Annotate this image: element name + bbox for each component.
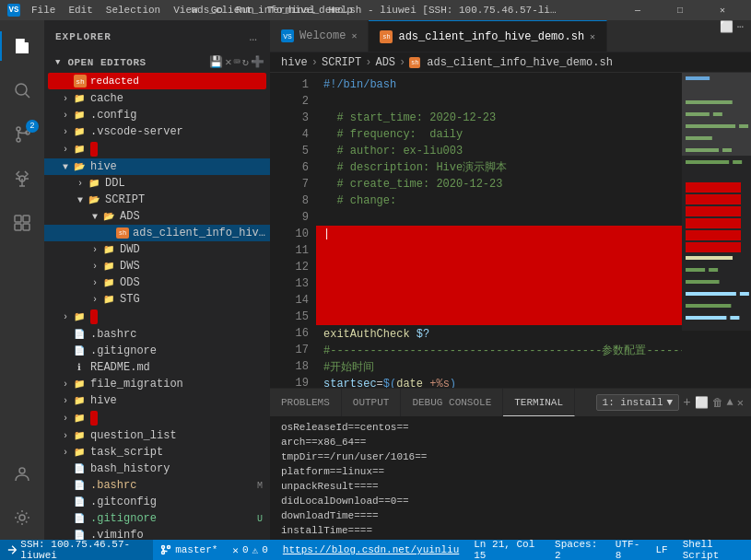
- new-file-button[interactable]: …: [248, 28, 259, 46]
- tree-item-stg[interactable]: › 📁 STG: [44, 291, 270, 308]
- terminal-instance-dropdown[interactable]: 1: install ▼: [596, 394, 680, 411]
- welcome-tab-icon: VS: [281, 29, 294, 42]
- tree-item-red3[interactable]: › 📁 ​: [44, 409, 270, 427]
- folder-icon: 📁: [101, 276, 116, 289]
- dws-label: DWS: [120, 260, 140, 273]
- tree-item-ddl[interactable]: › 📁 DDL: [44, 175, 270, 192]
- code-line-19: startsec=$(date +%s): [316, 376, 682, 388]
- config-label: .config: [90, 109, 136, 122]
- tree-item-bashrc2[interactable]: › 📄 .bashrc M: [44, 477, 270, 494]
- tree-item-red1[interactable]: › 📁 ​: [44, 140, 270, 158]
- tree-item-readme[interactable]: › ℹ README.md: [44, 359, 270, 376]
- window-title: ads_client_info_hive_demo.sh - liuwei [S…: [192, 5, 560, 16]
- minimize-button[interactable]: —: [616, 0, 659, 20]
- tree-item-bashrc1[interactable]: › 📄 .bashrc: [44, 326, 270, 343]
- tree-item-ods[interactable]: › 📁 ODS: [44, 274, 270, 291]
- tree-item-gitconfig[interactable]: › 📄 .gitconfig: [44, 494, 270, 510]
- tree-item-dwd[interactable]: › 📁 DWD: [44, 241, 270, 258]
- tree-item-file-migration[interactable]: › 📁 file_migration: [44, 376, 270, 392]
- open-editor-item-highlighted[interactable]: sh redacted: [48, 73, 266, 89]
- breadcrumb-ads[interactable]: ADS: [375, 56, 395, 69]
- activity-extensions[interactable]: [0, 201, 44, 245]
- tab-welcome[interactable]: VS Welcome ✕: [270, 20, 369, 52]
- status-git-branch[interactable]: master*: [153, 540, 225, 560]
- activity-debug[interactable]: [0, 157, 44, 201]
- split-editor-button[interactable]: ⌨: [234, 55, 241, 69]
- tree-item-viminfo[interactable]: › 📄 .viminfo: [44, 527, 270, 540]
- gitignore1-label: .gitignore: [90, 344, 157, 357]
- tree-item-hive-main[interactable]: ▼ 📂 hive: [44, 158, 270, 175]
- maximize-panel-button[interactable]: ▲: [727, 396, 733, 409]
- breadcrumb-sep1: ›: [311, 56, 318, 69]
- tree-item-cache[interactable]: › 📁 cache: [44, 90, 270, 107]
- kill-terminal-button[interactable]: 🗑: [712, 396, 723, 410]
- tab-hive-demo[interactable]: sh ads_client_info_hive_demo.sh ✕: [369, 20, 607, 52]
- status-errors[interactable]: ✕ 0 ⚠ 0: [225, 540, 275, 560]
- status-eol[interactable]: LF: [648, 540, 675, 560]
- tree-item-question-list[interactable]: › 📁 question_list: [44, 427, 270, 444]
- activity-explorer[interactable]: [0, 24, 44, 68]
- close-panel-button[interactable]: ✕: [737, 396, 744, 410]
- status-file-type[interactable]: Shell Script: [675, 540, 751, 560]
- file-icon: 📄: [72, 328, 87, 341]
- status-spaces[interactable]: Spaces: 2: [547, 540, 608, 560]
- panel-tab-output[interactable]: OUTPUT: [342, 389, 402, 416]
- breadcrumb-script[interactable]: SCRIPT: [322, 56, 361, 69]
- collapse-all-button[interactable]: ➕: [251, 55, 264, 69]
- code-line-3: # start_time: 2020-12-23: [316, 110, 682, 126]
- tree-item-ads[interactable]: ▼ 📂 ADS: [44, 208, 270, 225]
- code-line-1: #!/bin/bash: [316, 76, 682, 93]
- terminal-content[interactable]: osReleaseId==centos==arch==x86_64==tmpDi…: [270, 416, 751, 540]
- tree-item-red2[interactable]: › 📁 ​: [44, 308, 270, 326]
- activity-settings[interactable]: [0, 496, 44, 540]
- panel-tab-actions: 1: install ▼ + ⬜ 🗑 ▲ ✕: [596, 389, 751, 416]
- breadcrumb-hive[interactable]: hive: [281, 56, 308, 69]
- code-content[interactable]: #!/bin/bash # start_time: 2020-12-23 # f…: [316, 73, 682, 388]
- csdn-link[interactable]: https://blog.csdn.net/yuinliu: [276, 544, 466, 555]
- menu-selection[interactable]: Selection: [100, 3, 166, 18]
- more-actions-button[interactable]: ⋯: [737, 20, 744, 52]
- hive-demo-tab-close[interactable]: ✕: [590, 31, 595, 42]
- tree-item-vscode-server[interactable]: › 📁 .vscode-server: [44, 123, 270, 140]
- activity-account[interactable]: [0, 451, 44, 496]
- sidebar-content[interactable]: ▼ OPEN EDITORS 💾 ✕ ⌨ ↻ ➕ sh redacted: [44, 52, 270, 540]
- panel-tab-problems[interactable]: PROBLEMS: [270, 389, 342, 416]
- split-terminal-button[interactable]: ⬜: [695, 396, 709, 410]
- panel-tab-terminal[interactable]: TERMINAL: [503, 389, 575, 416]
- split-editor-right-button[interactable]: ⬜: [720, 20, 733, 52]
- tree-item-config[interactable]: › 📁 .config: [44, 107, 270, 123]
- red3-chevron: ›: [59, 414, 72, 424]
- tree-item-gitignore1[interactable]: › 📄 .gitignore: [44, 343, 270, 359]
- refresh-button[interactable]: ↻: [242, 55, 249, 69]
- status-encoding[interactable]: UTF-8: [608, 540, 649, 560]
- activity-source-control[interactable]: 2: [0, 112, 44, 157]
- open-editors-header[interactable]: ▼ OPEN EDITORS 💾 ✕ ⌨ ↻ ➕: [44, 52, 270, 72]
- add-terminal-button[interactable]: +: [683, 395, 690, 410]
- tree-item-ads-file[interactable]: › sh ads_client_info_hive_demo.sh: [44, 225, 270, 241]
- save-all-button[interactable]: 💾: [209, 55, 223, 69]
- panel-tab-debug[interactable]: DEBUG CONSOLE: [401, 389, 503, 416]
- cache-label: cache: [90, 92, 123, 105]
- tree-item-hive2[interactable]: › 📁 hive: [44, 392, 270, 409]
- svg-rect-8: [23, 224, 29, 230]
- breadcrumb-filename[interactable]: ads_client_info_hive_demo.sh: [427, 56, 613, 69]
- tab-bar-actions: ⬜ ⋯: [720, 20, 751, 52]
- menu-edit[interactable]: Edit: [63, 3, 98, 18]
- tree-item-bash-history[interactable]: › 📄 bash_history: [44, 461, 270, 477]
- close-button[interactable]: ✕: [701, 0, 744, 20]
- tree-item-task-script[interactable]: › 📁 task_script: [44, 444, 270, 461]
- stg-chevron: ›: [88, 295, 101, 305]
- tree-item-gitignore2[interactable]: › 📄 .gitignore U: [44, 510, 270, 527]
- hive-main-label: hive: [90, 160, 117, 173]
- maximize-button[interactable]: □: [659, 0, 701, 20]
- tree-item-dws[interactable]: › 📁 DWS: [44, 258, 270, 274]
- status-ssh[interactable]: SSH: 100.75.46.57-liuwei: [0, 540, 153, 560]
- welcome-tab-close[interactable]: ✕: [351, 30, 357, 41]
- close-all-button[interactable]: ✕: [225, 55, 231, 69]
- status-cursor[interactable]: Ln 21, Col 15: [466, 540, 547, 560]
- svg-rect-6: [23, 216, 29, 222]
- tree-item-script[interactable]: ▼ 📂 SCRIPT: [44, 192, 270, 208]
- code-line-17: #---------------------------------------…: [316, 343, 682, 359]
- menu-file[interactable]: File: [26, 3, 61, 18]
- activity-search[interactable]: [0, 68, 44, 112]
